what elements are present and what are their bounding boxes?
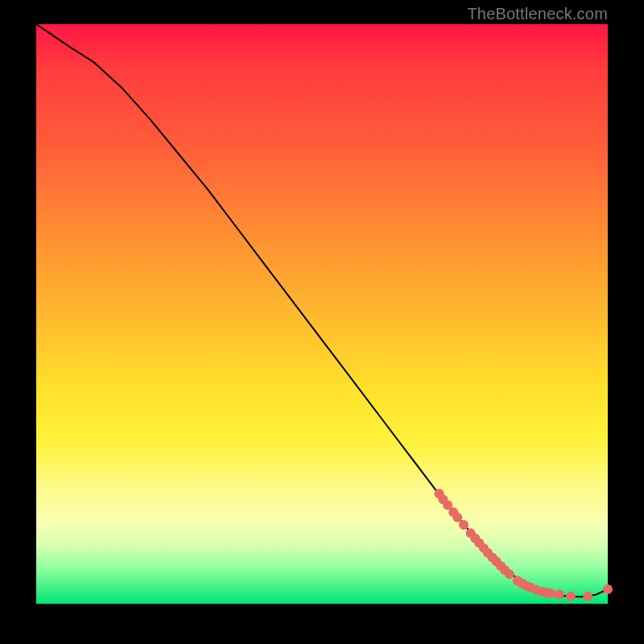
- curve-marker: [566, 592, 576, 601]
- curve-markers: [435, 489, 613, 601]
- curve-marker: [505, 569, 514, 579]
- chart-svg: [36, 24, 608, 604]
- curve-marker: [452, 513, 462, 522]
- curve-line: [36, 24, 608, 597]
- curve-marker: [459, 520, 469, 530]
- watermark-text: TheBottleneck.com: [467, 5, 608, 23]
- chart-plot-area: [36, 24, 608, 604]
- curve-marker: [555, 589, 564, 599]
- curve-marker: [603, 584, 613, 594]
- curve-marker: [546, 588, 555, 598]
- chart-stage: TheBottleneck.com: [0, 0, 644, 644]
- curve-marker: [583, 592, 592, 601]
